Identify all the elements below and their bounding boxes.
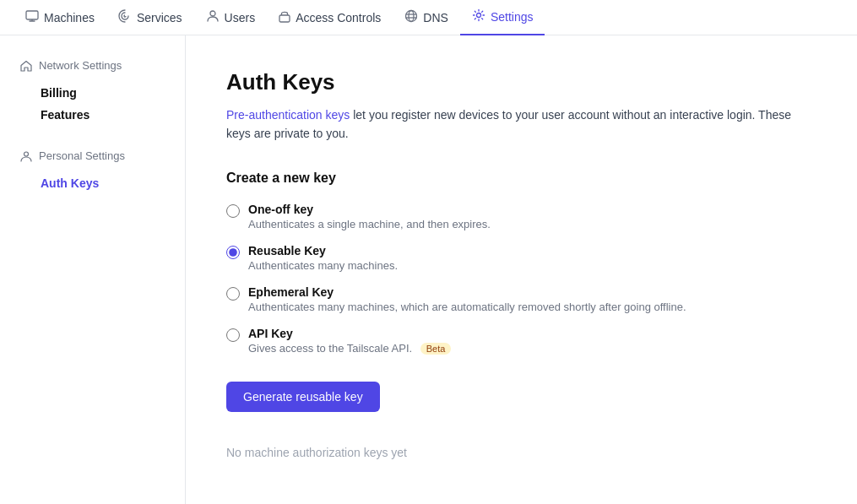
radio-one-off-label-group: One-off key Authenticates a single machi… [248, 203, 491, 230]
radio-reusable-desc: Authenticates many machines. [248, 259, 398, 272]
personal-settings-header: Personal Settings [14, 146, 171, 165]
personal-settings-section: Personal Settings Auth Keys [14, 146, 171, 194]
radio-option-ephemeral[interactable]: Ephemeral Key Authenticates many machine… [226, 285, 816, 313]
page-title: Auth Keys [226, 69, 816, 95]
radio-reusable-title: Reusable Key [248, 244, 398, 257]
network-settings-section: Network Settings Billing Features [14, 56, 171, 126]
nav-dns[interactable]: DNS [393, 0, 460, 35]
sidebar-item-billing[interactable]: Billing [14, 82, 171, 104]
nav-users[interactable]: Users [194, 0, 268, 35]
nav-machines[interactable]: Machines [14, 0, 106, 35]
page-layout: Network Settings Billing Features Person… [0, 35, 857, 504]
radio-api-key-desc: Gives access to the Tailscale API. Beta [248, 342, 451, 355]
lock-icon [279, 9, 290, 25]
main-content: Auth Keys Pre-authentication keys let yo… [186, 35, 857, 504]
radio-one-off[interactable] [226, 204, 240, 218]
nav-dns-label: DNS [423, 11, 448, 24]
svg-point-9 [476, 14, 480, 18]
nav-settings[interactable]: Settings [460, 0, 545, 35]
home-icon [20, 60, 32, 72]
radio-reusable[interactable] [226, 246, 240, 259]
sidebar-item-auth-keys[interactable]: Auth Keys [14, 172, 171, 194]
generate-key-button[interactable]: Generate reusable key [226, 382, 380, 412]
nav-services-label: Services [137, 11, 182, 24]
network-settings-label: Network Settings [39, 59, 122, 72]
page-description: Pre-authentication keys let you register… [226, 106, 816, 144]
create-key-title: Create a new key [226, 171, 816, 186]
svg-rect-4 [279, 15, 290, 22]
machines-icon [25, 9, 39, 25]
svg-point-6 [409, 11, 414, 22]
globe-icon [404, 9, 418, 25]
radio-one-off-title: One-off key [248, 203, 491, 216]
svg-point-3 [210, 11, 215, 16]
services-icon [118, 9, 132, 25]
radio-api-key-label-group: API Key Gives access to the Tailscale AP… [248, 327, 451, 355]
radio-reusable-label-group: Reusable Key Authenticates many machines… [248, 244, 398, 272]
key-type-radio-group: One-off key Authenticates a single machi… [226, 203, 816, 355]
personal-settings-label: Personal Settings [39, 149, 125, 162]
radio-option-api-key[interactable]: API Key Gives access to the Tailscale AP… [226, 327, 816, 355]
svg-rect-0 [26, 11, 38, 19]
nav-machines-label: Machines [44, 11, 95, 24]
radio-api-key-title: API Key [248, 327, 451, 340]
nav-settings-label: Settings [491, 10, 534, 24]
svg-point-5 [406, 11, 417, 22]
radio-ephemeral-title: Ephemeral Key [248, 285, 686, 299]
empty-state-text: No machine authorization keys yet [226, 446, 816, 459]
top-nav: Machines Services Users Access Cont [0, 0, 857, 35]
network-settings-header: Network Settings [14, 56, 171, 75]
radio-api-key[interactable] [226, 328, 240, 342]
radio-option-reusable[interactable]: Reusable Key Authenticates many machines… [226, 244, 816, 272]
radio-ephemeral-desc: Authenticates many machines, which are a… [248, 301, 686, 313]
pre-auth-keys-link[interactable]: Pre-authentication keys [226, 108, 353, 122]
radio-ephemeral[interactable] [226, 287, 240, 301]
nav-access-controls[interactable]: Access Controls [267, 0, 393, 35]
person-icon [20, 150, 32, 162]
sidebar-item-features[interactable]: Features [14, 104, 171, 126]
gear-icon [472, 8, 485, 24]
users-icon [206, 9, 220, 25]
radio-one-off-desc: Authenticates a single machine, and then… [248, 218, 491, 230]
svg-point-10 [24, 152, 29, 156]
beta-badge: Beta [420, 343, 452, 355]
nav-users-label: Users [225, 11, 256, 24]
radio-ephemeral-label-group: Ephemeral Key Authenticates many machine… [248, 285, 686, 313]
nav-services[interactable]: Services [106, 0, 194, 35]
radio-option-one-off[interactable]: One-off key Authenticates a single machi… [226, 203, 816, 230]
sidebar: Network Settings Billing Features Person… [0, 35, 186, 504]
nav-access-controls-label: Access Controls [296, 11, 381, 24]
